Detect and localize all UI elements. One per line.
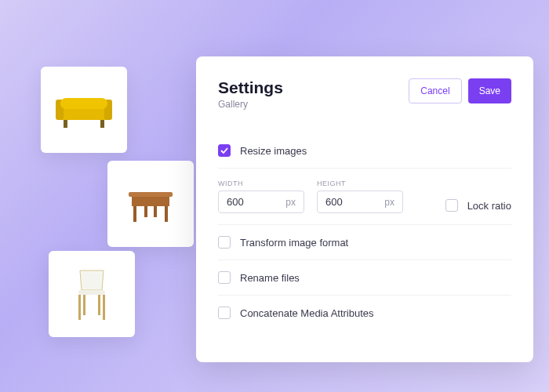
settings-header: Settings Gallery Cancel Save	[218, 78, 511, 110]
height-group: HEIGHT px	[317, 180, 403, 213]
svg-rect-6	[129, 192, 173, 197]
svg-rect-10	[144, 206, 147, 217]
header-actions: Cancel Save	[409, 78, 511, 103]
svg-rect-16	[98, 295, 100, 315]
table-icon	[119, 180, 182, 227]
height-unit: px	[384, 197, 394, 208]
resize-images-label: Resize images	[240, 145, 307, 157]
svg-rect-9	[165, 206, 168, 222]
svg-rect-12	[78, 290, 105, 295]
thumbnail-table[interactable]	[107, 161, 194, 247]
height-input-wrap[interactable]: px	[317, 191, 403, 213]
svg-rect-8	[133, 206, 136, 222]
height-input[interactable]	[325, 196, 365, 208]
transform-format-row: Transform image format	[218, 225, 511, 260]
rename-files-label: Rename files	[240, 272, 300, 284]
transform-format-label: Transform image format	[240, 237, 348, 249]
rename-files-checkbox[interactable]	[218, 271, 231, 284]
width-unit: px	[285, 197, 296, 208]
width-input-wrap[interactable]: px	[218, 191, 304, 213]
svg-rect-3	[60, 98, 107, 109]
svg-rect-7	[132, 197, 169, 206]
svg-rect-13	[78, 295, 81, 320]
concatenate-attrs-label: Concatenate Media Attributes	[240, 307, 374, 319]
save-button[interactable]: Save	[468, 78, 511, 103]
check-icon	[220, 147, 228, 154]
width-input[interactable]	[227, 196, 266, 208]
concatenate-attrs-checkbox[interactable]	[218, 307, 231, 319]
chair-icon	[64, 263, 119, 325]
settings-titles: Settings Gallery	[218, 78, 283, 110]
rename-files-row: Rename files	[218, 260, 511, 296]
dimensions-row: WIDTH px HEIGHT px Lock ratio	[218, 169, 511, 225]
svg-rect-14	[103, 295, 105, 320]
transform-format-checkbox[interactable]	[218, 236, 231, 249]
svg-rect-4	[64, 120, 67, 128]
thumbnail-chair[interactable]	[49, 251, 135, 337]
cancel-button[interactable]: Cancel	[409, 78, 461, 103]
lock-ratio-checkbox[interactable]	[445, 199, 458, 212]
svg-rect-11	[154, 206, 157, 217]
settings-panel: Settings Gallery Cancel Save Resize imag…	[196, 56, 533, 362]
page-title: Settings	[218, 78, 283, 97]
sofa-icon	[53, 90, 115, 129]
lock-ratio-group: Lock ratio	[445, 199, 511, 213]
width-group: WIDTH px	[218, 180, 304, 213]
svg-rect-5	[100, 120, 104, 128]
svg-rect-15	[83, 295, 85, 315]
lock-ratio-label: Lock ratio	[467, 200, 511, 212]
concatenate-attrs-row: Concatenate Media Attributes	[218, 296, 511, 330]
resize-images-checkbox[interactable]	[218, 144, 231, 157]
resize-images-row: Resize images	[218, 133, 511, 169]
height-label: HEIGHT	[317, 180, 403, 187]
thumbnail-sofa[interactable]	[41, 67, 127, 153]
page-subtitle: Gallery	[218, 99, 283, 110]
width-label: WIDTH	[218, 180, 304, 187]
